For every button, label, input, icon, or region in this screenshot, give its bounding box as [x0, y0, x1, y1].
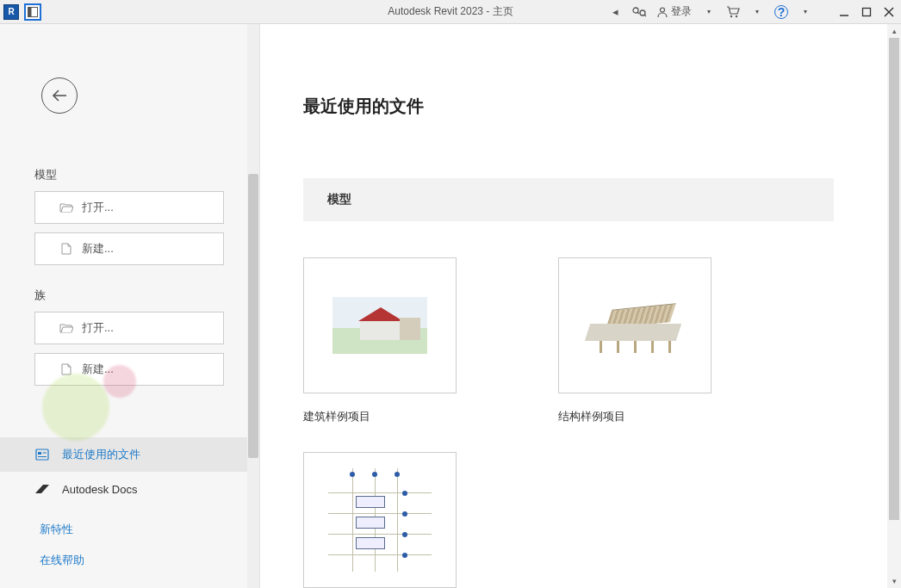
sidebar-scrollbar-thumb[interactable]	[248, 174, 258, 458]
thumbnail-art	[328, 468, 432, 572]
scroll-up-icon[interactable]: ▴	[887, 24, 901, 38]
login-dropdown-icon[interactable]: ▾	[699, 3, 718, 22]
autodesk-icon	[34, 484, 50, 494]
new-model-button[interactable]: 新建...	[34, 232, 224, 265]
card-label: 结构样例项目	[558, 409, 711, 424]
cart-dropdown-icon[interactable]: ▾	[748, 3, 767, 22]
body: 模型 打开... 新建... 族 打开... 新建...	[0, 24, 901, 588]
recent-files-grid: 建筑样例项目 结构样例项目	[303, 257, 858, 588]
nav-recent-files[interactable]: 最近使用的文件	[0, 437, 247, 472]
titlebar-right: ◂ 登录 ▾ ▾ ? ▾	[606, 3, 901, 22]
new-model-label: 新建...	[82, 241, 114, 257]
thumbnail-art	[579, 291, 691, 360]
svg-point-6	[661, 8, 665, 12]
folder-open-icon	[59, 323, 73, 333]
recent-file-card: 结构样例项目	[558, 257, 711, 424]
svg-rect-1	[28, 7, 32, 16]
svg-line-5	[644, 15, 646, 16]
panel-toggle-icon[interactable]	[24, 3, 41, 21]
new-family-label: 新建...	[82, 362, 114, 377]
app-logo[interactable]: R	[3, 4, 19, 20]
sidebar-inner: 模型 打开... 新建... 族 打开... 新建...	[0, 24, 259, 568]
main-scrollbar-thumb[interactable]	[889, 38, 899, 520]
cart-icon[interactable]	[724, 3, 743, 22]
section-header-models: 模型	[303, 178, 834, 221]
help-icon: ?	[774, 5, 788, 19]
family-label: 族	[34, 288, 247, 303]
login-button[interactable]: 登录	[654, 4, 694, 19]
page-title: 最近使用的文件	[303, 95, 858, 118]
svg-point-7	[730, 15, 732, 16]
maximize-button[interactable]	[860, 5, 873, 19]
user-icon	[656, 6, 668, 18]
minimize-button[interactable]	[837, 5, 851, 19]
window-controls	[837, 5, 896, 19]
document-icon	[59, 243, 73, 255]
folder-open-icon	[59, 202, 73, 213]
new-family-button[interactable]: 新建...	[34, 353, 224, 386]
titlebar: R Autodesk Revit 2023 - 主页 ◂ 登录 ▾ ▾ ? ▾	[0, 0, 901, 24]
open-model-button[interactable]: 打开...	[34, 191, 224, 224]
models-label: 模型	[34, 167, 247, 183]
back-button[interactable]	[41, 77, 78, 114]
card-label: 建筑样例项目	[303, 409, 457, 424]
help-dropdown-icon[interactable]: ▾	[796, 3, 815, 22]
svg-point-8	[736, 15, 737, 16]
sidebar: 模型 打开... 新建... 族 打开... 新建...	[0, 24, 260, 588]
window-title: Autodesk Revit 2023 - 主页	[388, 4, 513, 19]
nav-docs-label: Autodesk Docs	[62, 483, 137, 496]
recent-file-card: 系统样例项目	[303, 452, 457, 588]
recent-file-card: 建筑样例项目	[303, 257, 457, 424]
recent-icon	[34, 449, 50, 461]
nav-left-icon[interactable]: ◂	[606, 3, 624, 22]
help-button[interactable]: ?	[772, 3, 791, 22]
search-icon[interactable]	[630, 3, 649, 22]
sidebar-section-models: 模型 打开... 新建...	[0, 167, 247, 265]
sidebar-nav: 最近使用的文件 Autodesk Docs 新特性 在线帮助	[0, 437, 247, 568]
thumbnail-art	[332, 297, 427, 354]
link-online-help[interactable]: 在线帮助	[0, 553, 247, 568]
sidebar-section-family: 族 打开... 新建...	[0, 288, 247, 386]
nav-autodesk-docs[interactable]: Autodesk Docs	[0, 472, 247, 506]
link-whatsnew[interactable]: 新特性	[0, 522, 247, 537]
open-family-label: 打开...	[82, 320, 114, 336]
arrow-left-icon	[51, 89, 68, 102]
svg-line-3	[637, 12, 639, 14]
document-icon	[59, 363, 73, 375]
open-family-button[interactable]: 打开...	[34, 312, 224, 344]
main-scrollbar[interactable]: ▴ ▾	[887, 24, 901, 588]
scroll-down-icon[interactable]: ▾	[887, 574, 901, 588]
nav-recent-label: 最近使用的文件	[62, 447, 140, 462]
sidebar-scrollbar[interactable]	[247, 24, 259, 588]
svg-rect-15	[38, 452, 41, 455]
card-thumbnail-system[interactable]	[303, 452, 457, 588]
card-thumbnail-architecture[interactable]	[303, 257, 457, 393]
main-content: 最近使用的文件 模型 建筑样例项目 结构样例项目	[260, 24, 901, 588]
titlebar-left: R	[0, 3, 41, 21]
card-thumbnail-structure[interactable]	[558, 257, 711, 393]
login-label: 登录	[671, 4, 692, 19]
close-button[interactable]	[882, 5, 896, 19]
open-model-label: 打开...	[82, 200, 114, 215]
main-inner: 最近使用的文件 模型 建筑样例项目 结构样例项目	[260, 24, 901, 588]
svg-rect-10	[863, 8, 871, 15]
